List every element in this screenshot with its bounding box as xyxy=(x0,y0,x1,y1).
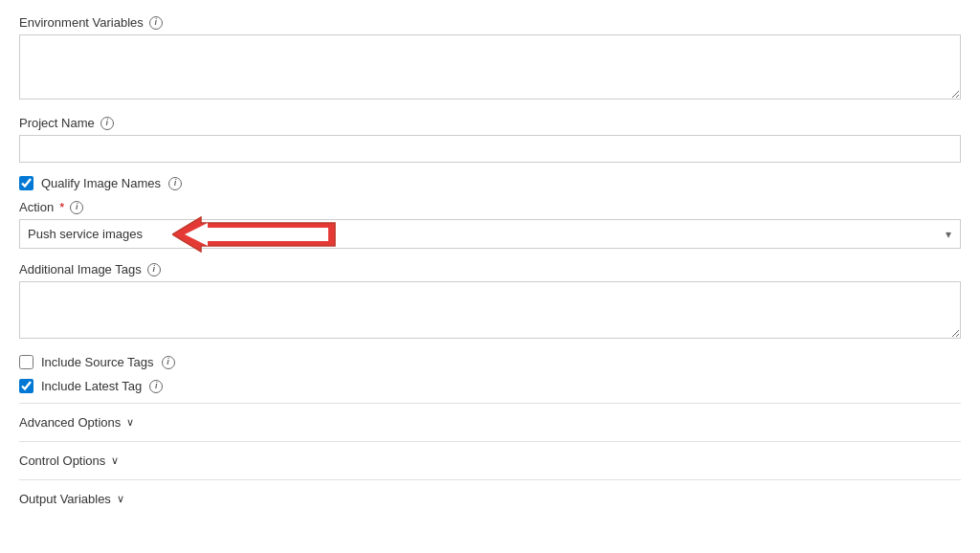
include-latest-tag-label[interactable]: Include Latest Tag xyxy=(41,379,142,393)
project-name-label: Project Name i xyxy=(19,116,961,130)
output-variables-label: Output Variables xyxy=(19,492,111,506)
include-source-tags-info-icon[interactable]: i xyxy=(162,356,175,369)
include-latest-tag-row: Include Latest Tag i xyxy=(19,379,961,393)
action-label: Action * i xyxy=(19,200,961,214)
include-source-tags-label[interactable]: Include Source Tags xyxy=(41,355,154,369)
additional-image-tags-label: Additional Image Tags i xyxy=(19,262,961,276)
control-options-section[interactable]: Control Options ∨ xyxy=(19,441,961,479)
action-select[interactable]: Push service images Build service images… xyxy=(19,219,961,249)
environment-variables-info-icon[interactable]: i xyxy=(149,16,163,30)
action-group: Action * i Push service images Build ser… xyxy=(19,200,961,249)
qualify-image-names-info-icon[interactable]: i xyxy=(168,177,182,190)
environment-variables-input[interactable] xyxy=(19,34,961,100)
additional-image-tags-info-icon[interactable]: i xyxy=(147,263,161,276)
include-source-tags-checkbox[interactable] xyxy=(19,355,33,369)
action-required-marker: * xyxy=(59,200,64,214)
additional-image-tags-group: Additional Image Tags i xyxy=(19,262,961,342)
collapsible-sections: Advanced Options ∨ Control Options ∨ Out… xyxy=(19,403,961,518)
action-select-wrapper: Push service images Build service images… xyxy=(19,219,961,249)
include-source-tags-row: Include Source Tags i xyxy=(19,355,961,369)
include-latest-tag-checkbox[interactable] xyxy=(19,379,33,393)
project-name-group: Project Name i $(Build.Repository.Name) xyxy=(19,116,961,163)
include-latest-tag-info-icon[interactable]: i xyxy=(149,380,163,393)
additional-image-tags-input[interactable] xyxy=(19,281,961,339)
environment-variables-label-text: Environment Variables xyxy=(19,15,144,30)
advanced-options-chevron-icon: ∨ xyxy=(126,416,134,429)
environment-variables-group: Environment Variables i xyxy=(19,15,961,102)
qualify-image-names-label[interactable]: Qualify Image Names xyxy=(41,176,161,190)
output-variables-section[interactable]: Output Variables ∨ xyxy=(19,479,961,518)
project-name-info-icon[interactable]: i xyxy=(100,117,114,130)
additional-image-tags-label-text: Additional Image Tags xyxy=(19,262,142,276)
project-name-input[interactable]: $(Build.Repository.Name) xyxy=(19,135,961,163)
control-options-chevron-icon: ∨ xyxy=(111,454,119,467)
control-options-label: Control Options xyxy=(19,453,105,468)
action-info-icon[interactable]: i xyxy=(70,201,83,214)
action-select-row: Push service images Build service images… xyxy=(19,219,961,249)
output-variables-chevron-icon: ∨ xyxy=(117,493,124,505)
environment-variables-label: Environment Variables i xyxy=(19,15,961,30)
action-label-text: Action xyxy=(19,200,54,214)
advanced-options-section[interactable]: Advanced Options ∨ xyxy=(19,403,961,441)
qualify-image-names-checkbox[interactable] xyxy=(19,176,33,190)
qualify-image-names-row: Qualify Image Names i xyxy=(19,176,961,190)
project-name-label-text: Project Name xyxy=(19,116,95,130)
advanced-options-label: Advanced Options xyxy=(19,415,121,430)
